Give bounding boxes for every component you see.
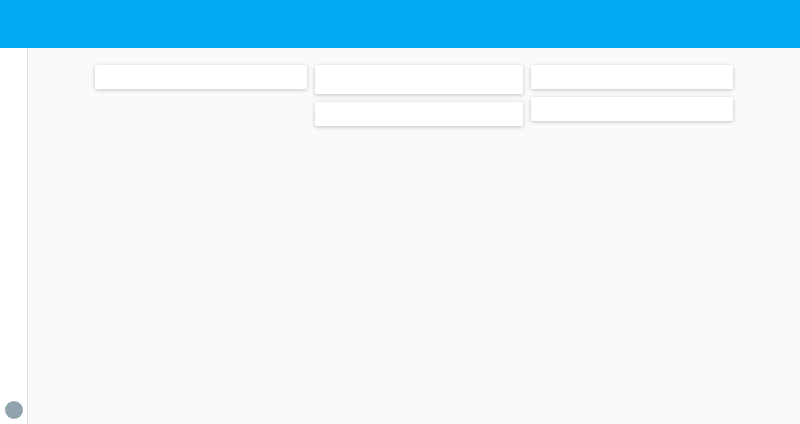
card-stroom-warmte-cop-12-maanden <box>95 65 307 89</box>
card-title <box>323 109 515 117</box>
column-right <box>531 65 733 121</box>
card-sanitair-vloer-verwarming <box>531 65 733 89</box>
card-stroom-warmte-cop-live <box>315 65 523 94</box>
card-title <box>539 72 725 80</box>
card-title <box>103 72 299 80</box>
overflow-menu-button[interactable] <box>776 8 790 22</box>
app-header <box>0 0 800 30</box>
main-content <box>28 48 800 424</box>
sidebar-bottom <box>5 396 23 419</box>
card-title <box>323 72 515 80</box>
column-middle <box>315 65 523 126</box>
cards-area <box>28 65 800 126</box>
sidebar <box>0 30 28 424</box>
card-title <box>539 104 725 112</box>
column-left <box>95 65 307 89</box>
card-stroom-toename <box>531 97 733 121</box>
card-bron-temperaturen <box>315 102 523 126</box>
user-avatar[interactable] <box>5 401 23 419</box>
live-columns <box>323 80 515 85</box>
tab-bar <box>0 30 800 48</box>
